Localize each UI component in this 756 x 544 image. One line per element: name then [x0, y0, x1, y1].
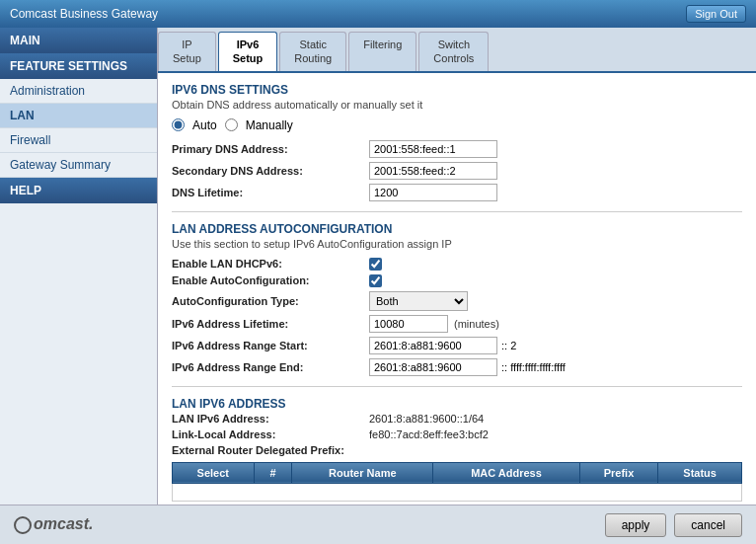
primary-dns-input[interactable] — [369, 140, 497, 158]
lan-ipv6-address-row: LAN IPv6 Address: 2601:8:a881:9600::1/64 — [172, 413, 742, 425]
tabs-bar: IPSetup IPv6Setup StaticRouting Filterin… — [158, 28, 756, 73]
main-layout: MAIN FEATURE SETTINGS Administration LAN… — [0, 28, 756, 505]
range-start-label: IPv6 Address Range Start: — [172, 340, 369, 351]
range-start-suffix: :: 2 — [501, 340, 516, 351]
col-number: # — [254, 462, 292, 483]
lan-autoconfig-desc: Use this section to setup IPv6 AutoConfi… — [172, 238, 742, 250]
autoconfig-enable-checkbox[interactable] — [369, 274, 382, 287]
secondary-dns-row: Secondary DNS Address: — [172, 162, 742, 180]
link-local-row: Link-Local Address: fe80::7acd:8eff:fee3… — [172, 428, 742, 440]
col-mac-address: MAC Address — [433, 462, 579, 483]
bottom-bar: omcast. apply cancel — [0, 505, 756, 544]
link-local-value: fe80::7acd:8eff:fee3:bcf2 — [369, 428, 489, 440]
range-start-input[interactable] — [369, 337, 497, 354]
dns-lifetime-row: DNS Lifetime: — [172, 184, 742, 201]
primary-dns-row: Primary DNS Address: — [172, 140, 742, 158]
autoconfig-enable-row: Enable AutoConfiguration: — [172, 274, 742, 287]
ipv6-lifetime-row: IPv6 Address Lifetime: (minutes) — [172, 315, 742, 333]
range-start-row: IPv6 Address Range Start: :: 2 — [172, 337, 742, 354]
autoconfig-enable-label: Enable AutoConfiguration: — [172, 274, 369, 286]
sidebar-feature-header: FEATURE SETTINGS — [0, 53, 157, 79]
range-end-row: IPv6 Address Range End: :: ffff:ffff:fff… — [172, 358, 742, 376]
comcast-logo: omcast. — [14, 515, 93, 534]
divider-2 — [172, 386, 742, 387]
col-select: Select — [173, 462, 255, 483]
dhcpv6-label: Enable LAN DHCPv6: — [172, 258, 369, 270]
sidebar-item-firewall[interactable]: Firewall — [0, 128, 157, 153]
app-wrapper: MAIN FEATURE SETTINGS Administration LAN… — [0, 28, 756, 544]
dns-lifetime-label: DNS Lifetime: — [172, 187, 369, 198]
ipv6-lifetime-label: IPv6 Address Lifetime: — [172, 318, 369, 330]
sidebar-help-header: HELP — [0, 178, 157, 203]
apply-button[interactable]: apply — [605, 513, 667, 537]
autoconfig-type-row: AutoConfiguration Type: Both Stateful St… — [172, 291, 742, 311]
ipv6-dns-section: IPv6 DNS SETTINGS Obtain DNS address aut… — [172, 83, 742, 201]
tab-static-routing[interactable]: StaticRouting — [279, 32, 346, 71]
range-end-suffix: :: ffff:ffff:ffff:ffff — [501, 361, 566, 373]
ipv6-lifetime-unit: (minutes) — [454, 318, 499, 330]
divider-1 — [172, 211, 742, 212]
ipv6-dns-desc: Obtain DNS address automatically or manu… — [172, 99, 742, 111]
dns-lifetime-input[interactable] — [369, 184, 497, 201]
title-bar: Comcast Business Gateway Sign Out — [0, 0, 756, 28]
prefix-row: External Router Delegated Prefix: — [172, 444, 742, 456]
autoconfig-type-label: AutoConfiguration Type: — [172, 295, 369, 307]
dhcpv6-row: Enable LAN DHCPv6: — [172, 258, 742, 271]
app-title: Comcast Business Gateway — [10, 7, 158, 21]
ipv6-lifetime-input[interactable] — [369, 315, 448, 333]
sidebar-item-administration[interactable]: Administration — [0, 79, 157, 104]
ipv6-dns-title: IPv6 DNS SETTINGS — [172, 83, 742, 97]
sign-out-button[interactable]: Sign Out — [686, 5, 746, 23]
dns-auto-label: Auto — [192, 118, 217, 132]
page-content: IPv6 DNS SETTINGS Obtain DNS address aut… — [158, 73, 756, 505]
table-row-empty — [173, 483, 742, 501]
secondary-dns-label: Secondary DNS Address: — [172, 165, 369, 177]
router-table: Select # Router Name MAC Address Prefix … — [172, 462, 742, 502]
action-buttons: apply cancel — [605, 513, 742, 537]
dhcpv6-checkbox[interactable] — [369, 258, 382, 271]
prefix-label: External Router Delegated Prefix: — [172, 444, 369, 456]
tab-filtering[interactable]: Filtering — [348, 32, 416, 71]
lan-autoconfig-section: LAN ADDRESS AUTOCONFIGURATION Use this s… — [172, 222, 742, 376]
col-prefix: Prefix — [579, 462, 658, 483]
sidebar-item-lan[interactable]: LAN — [0, 104, 157, 128]
cancel-button[interactable]: cancel — [674, 513, 742, 537]
range-end-input[interactable] — [369, 358, 497, 376]
lan-ipv6-title: LAN IPv6 ADDRESS — [172, 397, 742, 411]
sidebar-main-header: MAIN — [0, 28, 157, 53]
range-end-label: IPv6 Address Range End: — [172, 361, 369, 373]
primary-dns-label: Primary DNS Address: — [172, 143, 369, 155]
dns-mode-row: Auto Manually — [172, 118, 742, 132]
secondary-dns-input[interactable] — [369, 162, 497, 180]
cell-empty — [173, 483, 742, 501]
dns-manually-radio[interactable] — [225, 118, 238, 131]
col-status: Status — [658, 462, 742, 483]
lan-ipv6-address-value: 2601:8:a881:9600::1/64 — [369, 413, 484, 425]
tab-switch-controls[interactable]: SwitchControls — [418, 32, 489, 71]
link-local-label: Link-Local Address: — [172, 428, 369, 440]
sidebar: MAIN FEATURE SETTINGS Administration LAN… — [0, 28, 158, 505]
tab-ipv6-setup[interactable]: IPv6Setup — [218, 32, 278, 71]
lan-ipv6-address-label: LAN IPv6 Address: — [172, 413, 369, 425]
lan-autoconfig-title: LAN ADDRESS AUTOCONFIGURATION — [172, 222, 742, 236]
col-router-name: Router Name — [292, 462, 433, 483]
content-area: IPSetup IPv6Setup StaticRouting Filterin… — [158, 28, 756, 505]
tab-ip-setup[interactable]: IPSetup — [158, 32, 216, 71]
dns-auto-radio[interactable] — [172, 118, 185, 131]
autoconfig-type-select[interactable]: Both Stateful Stateless — [369, 291, 468, 311]
sidebar-item-gateway-summary[interactable]: Gateway Summary — [0, 153, 157, 178]
dns-manually-label: Manually — [246, 118, 293, 132]
comcast-circle-icon — [14, 516, 32, 534]
lan-ipv6-section: LAN IPv6 ADDRESS LAN IPv6 Address: 2601:… — [172, 397, 742, 502]
